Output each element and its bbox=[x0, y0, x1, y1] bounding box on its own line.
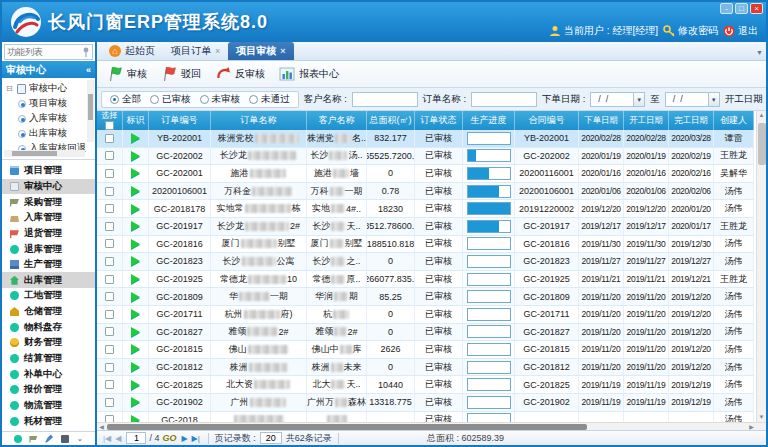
minimize-button[interactable]: - bbox=[720, 3, 733, 14]
row-checkbox[interactable] bbox=[105, 257, 114, 266]
logout-button[interactable]: 退出 bbox=[723, 24, 758, 38]
sidebar-module-入库管理[interactable]: 入库管理 bbox=[2, 210, 95, 226]
tree-expander-icon[interactable]: ⊟ bbox=[6, 84, 14, 93]
book-icon[interactable] bbox=[61, 435, 69, 443]
tab-overflow-icon[interactable]: ▼ bbox=[756, 49, 763, 56]
col-header-订单名称[interactable]: 订单名称 bbox=[211, 111, 307, 130]
select-all-checkbox[interactable] bbox=[105, 121, 114, 130]
col-header-订单状态[interactable]: 订单状态 bbox=[415, 111, 463, 130]
table-row[interactable]: GC-201825 北大资 北大天.. 10440 已审核 GC-201825 … bbox=[97, 376, 754, 394]
table-row[interactable]: GC-201925 常德龙10 常德原.. 266077.835.. 已审核 G… bbox=[97, 271, 754, 289]
grid-horizontal-scrollbar[interactable]: ◀ ▶ bbox=[97, 422, 766, 430]
sidebar-module-财务管理[interactable]: 财务管理 bbox=[2, 335, 95, 351]
sidebar-module-物料盘存[interactable]: 物料盘存 bbox=[2, 319, 95, 335]
sidebar-module-仓储管理[interactable]: 仓储管理 bbox=[2, 304, 95, 320]
filter-radio-已审核[interactable]: 已审核 bbox=[150, 93, 191, 106]
table-row[interactable]: GC-201816 厦门别墅 厦门别墅 188510.818 已审核 GC-20… bbox=[97, 236, 754, 254]
tab-起始页[interactable]: ⌂ 起始页 × bbox=[101, 42, 163, 60]
sidebar-module-出库管理[interactable]: 出库管理 bbox=[2, 272, 95, 288]
row-checkbox[interactable] bbox=[105, 415, 114, 422]
row-checkbox[interactable] bbox=[105, 169, 114, 178]
dot-icon[interactable] bbox=[14, 435, 22, 443]
row-checkbox[interactable] bbox=[105, 380, 114, 389]
row-checkbox[interactable] bbox=[105, 345, 114, 354]
row-checkbox[interactable] bbox=[105, 398, 114, 407]
col-header-下单日期[interactable]: 下单日期 bbox=[579, 111, 624, 130]
cart-icon[interactable] bbox=[29, 435, 37, 443]
col-header-开工日期[interactable]: 开工日期 bbox=[624, 111, 669, 130]
scroll-up-icon[interactable]: ▲ bbox=[757, 111, 766, 120]
table-row[interactable]: GC-201711 杭州府) 杭 0 已审核 GC-201711 2019/11… bbox=[97, 306, 754, 324]
tab-项目订单[interactable]: 项目订单 × bbox=[163, 42, 228, 60]
search-input[interactable] bbox=[5, 47, 82, 57]
row-checkbox[interactable] bbox=[105, 292, 114, 301]
change-password-button[interactable]: 修改密码 bbox=[663, 24, 718, 38]
col-header-合同编号[interactable]: 合同编号 bbox=[515, 111, 579, 130]
table-row[interactable]: GC-2018178 实地常栋 实地4#.. 18230 已审核 2019122… bbox=[97, 200, 754, 218]
tree-vertical-scrollbar[interactable] bbox=[87, 80, 94, 142]
table-row[interactable]: GC-201823 长沙公寓 长沙之.. 0 已审核 GC-201823 201… bbox=[97, 253, 754, 271]
table-row[interactable]: GC-201809 华一期 华润期 85.25 已审核 GC-201809 20… bbox=[97, 288, 754, 306]
sidebar-module-审核中心[interactable]: 审核中心 bbox=[2, 179, 95, 195]
page-size-input[interactable] bbox=[260, 432, 282, 444]
row-checkbox[interactable] bbox=[105, 134, 114, 143]
table-row[interactable]: 20200106001 万科金 万科一期 0.78 已审核 2020010600… bbox=[97, 183, 754, 201]
col-header-客户名称[interactable]: 客户名称 bbox=[307, 111, 367, 130]
chev-icon[interactable]: ⌄ bbox=[77, 435, 84, 443]
toolbar-button-反审核[interactable]: 反审核 bbox=[215, 66, 265, 82]
tab-close-icon[interactable]: × bbox=[280, 47, 285, 56]
col-header-订单编号[interactable]: 订单编号 bbox=[149, 111, 211, 130]
table-row[interactable]: GC-202002 长沙龙 长沙汤.. 65525.7200.. 已审核 GC-… bbox=[97, 148, 754, 166]
maximize-button[interactable]: □ bbox=[735, 3, 748, 14]
table-row[interactable]: GC-201902 广州 广州万森林 13318.775 已审核 GC-2019… bbox=[97, 394, 754, 412]
tree-item-入库审核[interactable]: 入库审核 bbox=[6, 111, 87, 126]
calendar-dropdown-icon[interactable]: ▼ bbox=[709, 92, 720, 107]
col-header-总面积(㎡)[interactable]: 总面积(㎡) bbox=[367, 111, 415, 130]
first-page-button[interactable]: |◀ bbox=[103, 434, 111, 443]
filter-radio-未通过[interactable]: 未通过 bbox=[249, 93, 290, 106]
collapse-icon[interactable]: « bbox=[86, 65, 91, 75]
toolbar-button-驳回[interactable]: 驳回 bbox=[161, 66, 201, 82]
row-checkbox[interactable] bbox=[105, 310, 114, 319]
col-header-选择[interactable]: 选择 bbox=[97, 111, 123, 130]
tree-item-出库审核[interactable]: 出库审核 bbox=[6, 126, 87, 141]
row-checkbox[interactable] bbox=[105, 187, 114, 196]
vertical-scroll-thumb[interactable] bbox=[758, 123, 766, 165]
sidebar-module-退货管理[interactable]: 退货管理 bbox=[2, 226, 95, 242]
sidebar-module-生产管理[interactable]: 生产管理 bbox=[2, 257, 95, 273]
tree-root[interactable]: ⊟ 审核中心 bbox=[6, 81, 87, 96]
table-row[interactable]: GC-2018 已审核 汤伟 bbox=[97, 412, 754, 423]
go-button[interactable]: GO bbox=[162, 433, 176, 443]
sidebar-module-采购管理[interactable]: 采购管理 bbox=[2, 194, 95, 210]
sidebar-module-物流管理[interactable]: 物流管理 bbox=[2, 398, 95, 414]
row-checkbox[interactable] bbox=[105, 363, 114, 372]
tab-close-icon[interactable]: × bbox=[215, 47, 220, 56]
table-row[interactable]: GC-201812 株洲 株洲未来 0 已审核 GC-201812 2019/1… bbox=[97, 359, 754, 377]
sidebar-module-报价管理[interactable]: 报价管理 bbox=[2, 382, 95, 398]
filter-radio-未审核[interactable]: 未审核 bbox=[200, 93, 241, 106]
col-header-创建人[interactable]: 创建人 bbox=[714, 111, 754, 130]
tab-项目审核[interactable]: 项目审核 × bbox=[228, 42, 293, 60]
sidebar-module-耗材管理[interactable]: 耗材管理 bbox=[2, 413, 95, 429]
prev-page-button[interactable]: ◀ bbox=[115, 434, 121, 443]
col-header-完工日期[interactable]: 完工日期 bbox=[669, 111, 714, 130]
tree-item-项目审核[interactable]: 项目审核 bbox=[6, 96, 87, 111]
table-row[interactable]: GC-201917 长沙龙2# 长沙天.. 8512.78600.. 已审核 G… bbox=[97, 218, 754, 236]
row-checkbox[interactable] bbox=[105, 204, 114, 213]
order-name-input[interactable] bbox=[471, 92, 537, 107]
sidebar-module-补单中心[interactable]: 补单中心 bbox=[2, 366, 95, 382]
sidebar-module-结算管理[interactable]: 结算管理 bbox=[2, 351, 95, 367]
pen-icon[interactable] bbox=[45, 435, 53, 443]
sidebar-module-项目管理[interactable]: 项目管理 bbox=[2, 163, 95, 179]
scroll-down-icon[interactable]: ▼ bbox=[757, 413, 766, 422]
table-row[interactable]: GC-202001 施港 施港墙 0 已审核 20200116001 2020/… bbox=[97, 165, 754, 183]
customer-input[interactable] bbox=[352, 92, 418, 107]
last-page-button[interactable]: ▶| bbox=[192, 434, 200, 443]
close-button[interactable]: × bbox=[750, 3, 763, 14]
filter-radio-全部[interactable]: 全部 bbox=[110, 93, 141, 106]
tree-horizontal-scrollbar[interactable] bbox=[4, 150, 85, 157]
order-date-end-input[interactable] bbox=[665, 92, 709, 107]
order-date-input[interactable] bbox=[590, 92, 634, 107]
row-checkbox[interactable] bbox=[105, 275, 114, 284]
row-checkbox[interactable] bbox=[105, 327, 114, 336]
